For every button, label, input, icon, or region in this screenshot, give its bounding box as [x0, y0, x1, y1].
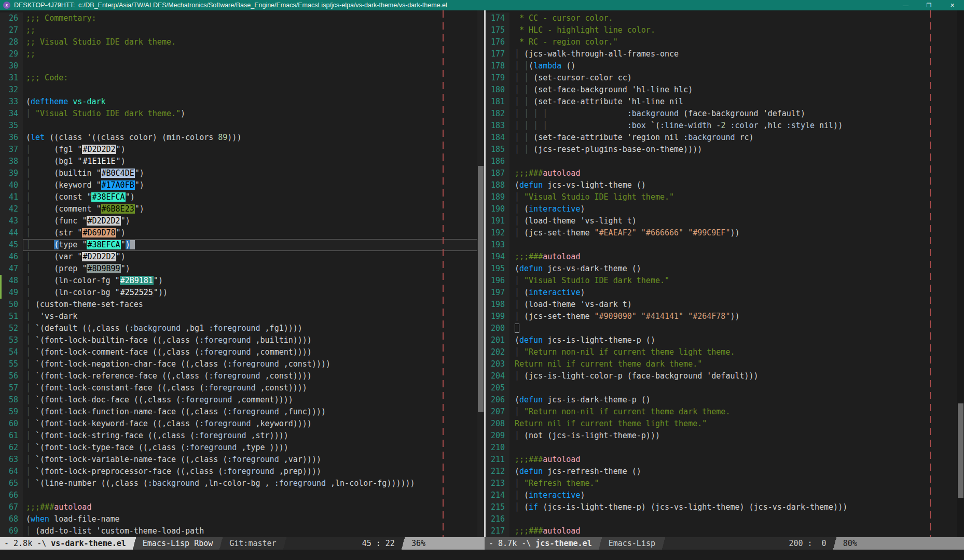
code-line[interactable]: 210 — [486, 442, 957, 454]
code-line[interactable]: 195(defun jcs-vs-dark-theme () — [486, 263, 957, 275]
code-line[interactable]: 216 — [486, 513, 957, 525]
code-line[interactable]: 180│ │ (set-face-background 'hl-line hlc… — [486, 84, 957, 96]
code-line[interactable]: 32 — [0, 84, 477, 96]
code-line[interactable]: 214│ (interactive) — [486, 489, 957, 501]
code-line[interactable]: 197│ (interactive) — [486, 287, 957, 299]
code-line[interactable]: 213│ "Refresh theme." — [486, 478, 957, 489]
scrollbar-left[interactable] — [477, 10, 484, 537]
code-line[interactable]: 193 — [486, 239, 957, 251]
code-line[interactable]: 211;;;###autoload — [486, 454, 957, 466]
code-line[interactable]: 179│ │ (set-cursor-color cc) — [486, 72, 957, 84]
code-line[interactable]: 64│ `(font-lock-preprocessor-face ((,cla… — [0, 466, 477, 478]
code-line[interactable]: 51│ 'vs-dark — [0, 311, 477, 323]
code-line[interactable]: 63│ `(font-lock-variable-name-face ((,cl… — [0, 454, 477, 466]
code-line[interactable]: 201(defun jcs-is-light-theme-p () — [486, 334, 957, 346]
code-line[interactable]: 36(let ((class '((class color) (min-colo… — [0, 132, 477, 144]
code-line[interactable]: 187;;;###autoload — [486, 167, 957, 179]
code-line[interactable]: 200 — [486, 323, 957, 334]
code-line[interactable]: 57│ `(font-lock-constant-face ((,class (… — [0, 382, 477, 394]
code-line[interactable]: 188(defun jcs-vs-light-theme () — [486, 179, 957, 191]
code-line[interactable]: 181│ │ (set-face-attribute 'hl-line nil — [486, 96, 957, 108]
code-line[interactable]: 44│ (str "#D69D78") — [0, 227, 477, 239]
code-line[interactable]: 46│ (var "#D2D2D2") — [0, 251, 477, 263]
code-line[interactable]: 38│ (bg1 "#1E1E1E") — [0, 156, 477, 167]
editor-window-right[interactable]: 174 * CC - cursor color.175 * HLC - high… — [486, 10, 957, 537]
scrollbar-thumb-right[interactable] — [958, 403, 963, 498]
code-line[interactable]: 209│ (not (jcs-is-light-theme-p))) — [486, 430, 957, 442]
code-line[interactable]: 47│ (prep "#8D9B99") — [0, 263, 477, 275]
code-line[interactable]: 196│ "Visual Studio IDE dark theme." — [486, 275, 957, 287]
code-line[interactable]: 42│ (comment "#6B8E23") — [0, 203, 477, 215]
code-line[interactable]: 202│ "Return non-nil if current theme li… — [486, 346, 957, 358]
code-line[interactable]: 40│ (keyword "#17A0FB") — [0, 179, 477, 191]
code-line[interactable]: 26;;; Commentary: — [0, 12, 477, 24]
code-line[interactable]: 62│ `(font-lock-type-face ((,class (:for… — [0, 442, 477, 454]
code-line[interactable]: 33(deftheme vs-dark — [0, 96, 477, 108]
code-line[interactable]: 175 * HLC - highlight line color. — [486, 24, 957, 36]
scrollbar-thumb-left[interactable] — [478, 166, 484, 412]
code-line[interactable]: 217;;;###autoload — [486, 525, 957, 537]
code-line[interactable]: 55│ `(font-lock-negation-char-face ((,cl… — [0, 358, 477, 370]
code-line[interactable]: 69│ (add-to-list 'custom-theme-load-path — [0, 525, 477, 537]
echo-area[interactable] — [0, 550, 964, 560]
code-line[interactable]: 185│ │ (jcs-reset-plugins-base-on-theme)… — [486, 144, 957, 156]
code-line[interactable]: 60│ `(font-lock-keyword-face ((,class (:… — [0, 418, 477, 430]
code-line[interactable]: 183│ │ │ │ :box `(:line-width -2 :color … — [486, 120, 957, 132]
code-line[interactable]: 45│ (type "#38EFCA") — [0, 239, 477, 251]
code-line[interactable]: 41│ (const "#38EFCA") — [0, 191, 477, 203]
code-line[interactable]: 34│ "Visual Studio IDE dark theme.") — [0, 108, 477, 120]
code-line[interactable]: 212(defun jcs-refresh-theme () — [486, 466, 957, 478]
code-line[interactable]: 56│ `(font-lock-reference-face ((,class … — [0, 370, 477, 382]
code-line[interactable]: 28;; Visual Studio IDE dark theme. — [0, 36, 477, 48]
code-line[interactable]: 184│ │ (set-face-attribute 'region nil :… — [486, 132, 957, 144]
major-mode-left[interactable]: Emacs-Lisp Rbow — [139, 537, 217, 550]
code-line[interactable]: 54│ `(font-lock-comment-face ((,class (:… — [0, 346, 477, 358]
code-line[interactable]: 177│ (jcs-walk-through-all-frames-once — [486, 48, 957, 60]
code-line[interactable]: 52│ `(default ((,class (:background ,bg1… — [0, 323, 477, 334]
code-line[interactable]: 29;; — [0, 48, 477, 60]
code-line[interactable]: 174 * CC - cursor color. — [486, 12, 957, 24]
code-line[interactable]: 30 — [0, 60, 477, 72]
code-line[interactable]: 58│ `(font-lock-doc-face ((,class (:fore… — [0, 394, 477, 406]
minimize-button[interactable]: — — [894, 0, 917, 10]
code-line[interactable]: 215│ (if (jcs-is-light-theme-p) (jcs-vs-… — [486, 501, 957, 513]
code-line[interactable]: 186 — [486, 156, 957, 167]
code-line[interactable]: 48│ (ln-color-fg "#2B9181") — [0, 275, 477, 287]
code-line[interactable]: 66 — [0, 489, 477, 501]
code-line[interactable]: 204│ (jcs-is-light-color-p (face-backgro… — [486, 370, 957, 382]
code-line[interactable]: 68(when load-file-name — [0, 513, 477, 525]
code-line[interactable]: 31;;; Code: — [0, 72, 477, 84]
code-line[interactable]: 189│ "Visual Studio IDE light theme." — [486, 191, 957, 203]
close-button[interactable]: ✕ — [941, 0, 964, 10]
code-line[interactable]: 205 — [486, 382, 957, 394]
code-line[interactable]: 37│ (fg1 "#D2D2D2") — [0, 144, 477, 156]
code-line[interactable]: 206(defun jcs-is-dark-theme-p () — [486, 394, 957, 406]
code-line[interactable]: 61│ `(font-lock-string-face ((,class (:f… — [0, 430, 477, 442]
window-divider[interactable] — [484, 10, 486, 537]
code-line[interactable]: 65│ `(line-number ((,class (:background … — [0, 478, 477, 489]
git-branch[interactable]: Git:master — [225, 537, 280, 550]
code-line[interactable]: 208Return nil if current theme light the… — [486, 418, 957, 430]
code-line[interactable]: 191│ (load-theme 'vs-light t) — [486, 215, 957, 227]
code-line[interactable]: 35 — [0, 120, 477, 132]
code-line[interactable]: 59│ `(font-lock-function-name-face ((,cl… — [0, 406, 477, 418]
code-line[interactable]: 192│ (jcs-set-theme "#EAEAF2" "#666666" … — [486, 227, 957, 239]
code-line[interactable]: 199│ (jcs-set-theme "#909090" "#414141" … — [486, 311, 957, 323]
code-line[interactable]: 27;; — [0, 24, 477, 36]
code-line[interactable]: 43│ (func "#D2D2D2") — [0, 215, 477, 227]
maximize-button[interactable]: ❐ — [917, 0, 941, 10]
code-line[interactable]: 39│ (builtin "#B0C4DE") — [0, 167, 477, 179]
code-line[interactable]: 176 * RC - region color." — [486, 36, 957, 48]
major-mode-right[interactable]: Emacs-Lisp — [604, 537, 659, 550]
code-line[interactable]: 190│ (interactive) — [486, 203, 957, 215]
code-line[interactable]: 198│ (load-theme 'vs-dark t) — [486, 299, 957, 311]
code-line[interactable]: 194;;;###autoload — [486, 251, 957, 263]
editor-window-left[interactable]: 26;;; Commentary:27;;28;; Visual Studio … — [0, 10, 477, 537]
code-line[interactable]: 67;;;###autoload — [0, 501, 477, 513]
code-line[interactable]: 178│ │(lambda () — [486, 60, 957, 72]
code-line[interactable]: 49│ (ln-color-bg "#252525")) — [0, 287, 477, 299]
code-line[interactable]: 207│ "Return non-nil if current theme da… — [486, 406, 957, 418]
scrollbar-right[interactable] — [957, 10, 964, 537]
code-line[interactable]: 182│ │ │ │ :background (face-background … — [486, 108, 957, 120]
code-line[interactable]: 53│ `(font-lock-builtin-face ((,class (:… — [0, 334, 477, 346]
